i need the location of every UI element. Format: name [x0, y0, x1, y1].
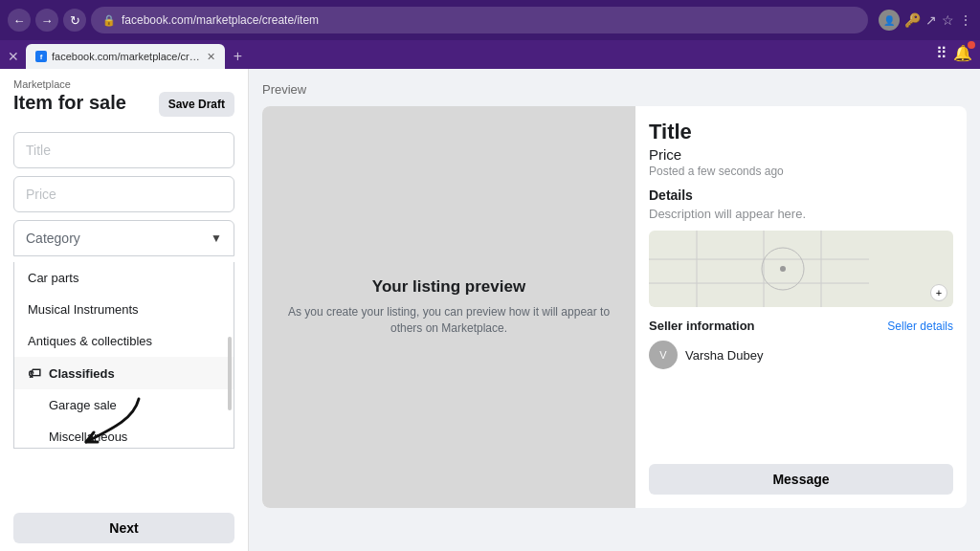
classifieds-label: Classifieds — [49, 366, 115, 381]
lock-icon: 🔒 — [102, 14, 116, 27]
preview-item-price: Price — [649, 146, 953, 163]
seller-info-row: Seller information Seller details — [649, 319, 953, 333]
seller-name: Varsha Dubey — [685, 348, 763, 363]
preview-label: Preview — [262, 82, 967, 97]
save-draft-button[interactable]: Save Draft — [159, 92, 234, 117]
preview-item-title: Title — [649, 120, 953, 144]
map-zoom-button[interactable]: + — [930, 284, 947, 301]
miscellaneous-label: Miscellaneous — [49, 430, 127, 444]
address-bar[interactable]: 🔒 facebook.com/marketplace/create/item — [91, 7, 868, 33]
close-tab-button[interactable]: ✕ — [8, 49, 19, 64]
url-text: facebook.com/marketplace/create/item — [122, 13, 319, 27]
category-label: Category — [26, 231, 80, 246]
scrollbar[interactable] — [228, 337, 232, 411]
browser-reload-button[interactable]: ↻ — [63, 9, 86, 32]
preview-image-area: Your listing preview As you create your … — [262, 106, 635, 508]
svg-point-6 — [780, 266, 786, 272]
preview-details-panel: Title Price Posted a few seconds ago Det… — [635, 106, 967, 508]
share-button[interactable]: ↗ — [925, 12, 937, 28]
browser-forward-button[interactable]: → — [35, 9, 58, 32]
profile-icon-button[interactable]: 👤 — [879, 10, 900, 31]
profile-circle-icon: 👤 — [879, 10, 900, 31]
more-options-button[interactable]: ⋮ — [959, 12, 972, 28]
classifieds-section-icon: 🏷 — [28, 365, 41, 381]
dropdown-item-car-parts[interactable]: Car parts — [14, 262, 234, 294]
seller-avatar: V — [649, 341, 678, 369]
musical-instruments-label: Musical Instruments — [28, 302, 139, 317]
bookmark-button[interactable]: ☆ — [942, 12, 954, 28]
price-input[interactable]: Price — [13, 176, 234, 212]
seller-row: V Varsha Dubey — [649, 341, 953, 369]
sidebar: Marketplace Item for sale Save Draft Tit… — [0, 69, 249, 551]
chevron-down-icon: ▼ — [211, 231, 222, 245]
preview-placeholder-heading: Your listing preview As you create your … — [281, 277, 616, 337]
category-dropdown-list: Car parts Musical Instruments Antiques &… — [13, 262, 234, 449]
preview-description: Description will appear here. — [649, 207, 953, 221]
notifications-button[interactable]: 🔔 — [953, 44, 972, 62]
marketplace-label: Marketplace — [13, 78, 126, 90]
seller-info-label: Seller information — [649, 319, 755, 333]
page-title: Item for sale — [13, 92, 126, 114]
password-manager-button[interactable]: 🔑 — [904, 12, 921, 28]
tab-title: facebook.com/marketplace/cr… — [52, 51, 200, 62]
antiques-label: Antiques & collectibles — [28, 334, 152, 348]
preview-details-label: Details — [649, 187, 953, 203]
preview-area: Preview Your listing preview As you crea… — [249, 69, 980, 551]
title-input[interactable]: Title — [13, 132, 234, 168]
seller-details-link[interactable]: Seller details — [887, 320, 953, 333]
next-button[interactable]: Next — [13, 513, 234, 543]
preview-map: + — [649, 231, 953, 307]
dropdown-item-miscellaneous[interactable]: Miscellaneous — [14, 421, 234, 449]
dropdown-item-musical-instruments[interactable]: Musical Instruments — [14, 294, 234, 325]
dropdown-item-antiques[interactable]: Antiques & collectibles — [14, 325, 234, 357]
preview-timestamp: Posted a few seconds ago — [649, 165, 953, 178]
dropdown-item-classifieds[interactable]: 🏷 Classifieds — [14, 357, 234, 389]
browser-back-button[interactable]: ← — [8, 9, 31, 32]
preview-card: Your listing preview As you create your … — [262, 106, 967, 508]
tab-close-button[interactable]: ✕ — [207, 51, 215, 63]
active-tab[interactable]: f facebook.com/marketplace/cr… ✕ — [26, 44, 225, 69]
garage-sale-label: Garage sale — [49, 398, 117, 412]
category-dropdown-trigger[interactable]: Category ▼ — [13, 220, 234, 256]
new-tab-button[interactable]: + — [234, 48, 242, 65]
message-button[interactable]: Message — [649, 464, 953, 495]
map-lines-svg — [649, 231, 953, 307]
grid-apps-button[interactable]: ⠿ — [936, 44, 947, 62]
car-parts-label: Car parts — [28, 271, 78, 285]
fb-favicon: f — [35, 51, 47, 62]
dropdown-item-garage-sale[interactable]: Garage sale — [14, 389, 234, 421]
